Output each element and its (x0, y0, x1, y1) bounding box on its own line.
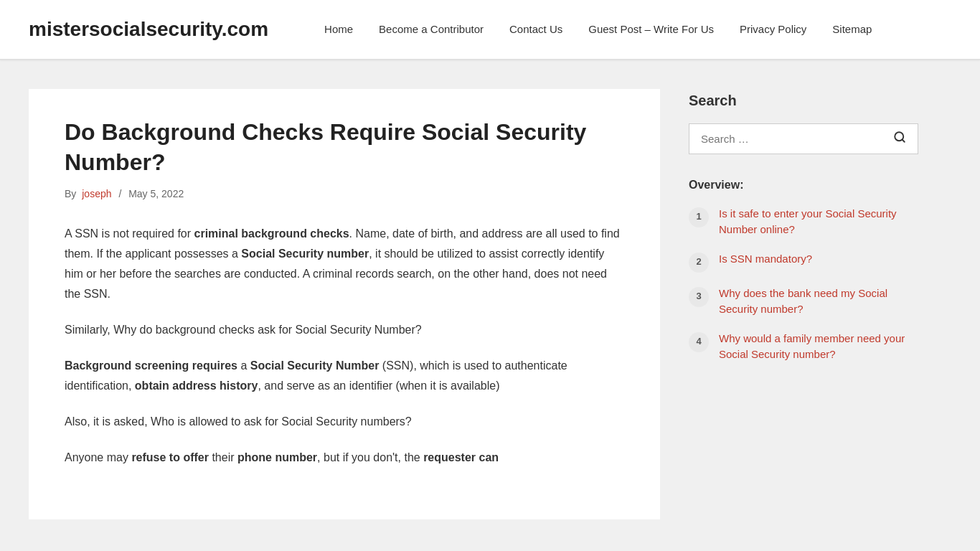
search-section: Search (689, 89, 918, 154)
meta-separator: / (118, 188, 121, 199)
overview-link[interactable]: Is it safe to enter your Social Security… (719, 206, 918, 238)
overview-item: 3Why does the bank need my Social Securi… (689, 286, 918, 318)
overview-item: 4Why would a family member need your Soc… (689, 331, 918, 363)
search-button[interactable] (890, 128, 909, 150)
article: Do Background Checks Require Social Secu… (65, 118, 624, 468)
page-wrapper: Do Background Checks Require Social Secu… (0, 60, 980, 548)
overview-section: Overview: 1Is it safe to enter your Soci… (689, 176, 918, 363)
meta-prefix: By (65, 188, 76, 199)
article-title: Do Background Checks Require Social Secu… (65, 118, 624, 177)
article-paragraph: Background screening requires a Social S… (65, 356, 624, 396)
overview-number: 1 (689, 207, 709, 227)
article-meta: By joseph / May 5, 2022 (65, 186, 624, 202)
overview-number: 2 (689, 253, 709, 273)
sidebar: Search Overview: 1Is it safe to enter yo… (689, 89, 918, 519)
search-icon (893, 131, 906, 143)
overview-link[interactable]: Is SSN mandatory? (719, 251, 812, 268)
nav-link[interactable]: Sitemap (819, 21, 885, 38)
main-nav: HomeBecome a ContributorContact UsGuest … (311, 21, 885, 38)
nav-link[interactable]: Privacy Policy (727, 21, 819, 38)
article-body: A SSN is not required for criminal backg… (65, 224, 624, 468)
nav-link[interactable]: Contact Us (496, 21, 575, 38)
overview-label: Overview: (689, 176, 918, 194)
svg-line-1 (902, 139, 904, 141)
overview-link[interactable]: Why does the bank need my Social Securit… (719, 286, 918, 318)
article-paragraph: Also, it is asked, Who is allowed to ask… (65, 412, 624, 432)
site-logo[interactable]: mistersocialsecurity.com (29, 14, 268, 46)
nav-link[interactable]: Home (311, 21, 366, 38)
article-paragraph: A SSN is not required for criminal backg… (65, 224, 624, 304)
overview-item: 2Is SSN mandatory? (689, 251, 918, 273)
search-input[interactable] (698, 127, 890, 151)
overview-number: 4 (689, 332, 709, 352)
author-link[interactable]: joseph (82, 188, 111, 199)
article-date: May 5, 2022 (128, 188, 184, 199)
overview-link[interactable]: Why would a family member need your Soci… (719, 331, 918, 363)
overview-list: 1Is it safe to enter your Social Securit… (689, 206, 918, 363)
site-header: mistersocialsecurity.com HomeBecome a Co… (0, 0, 980, 60)
search-box (689, 123, 918, 154)
main-content: Do Background Checks Require Social Secu… (29, 89, 660, 519)
overview-number: 3 (689, 287, 709, 307)
nav-link[interactable]: Become a Contributor (366, 21, 496, 38)
overview-item: 1Is it safe to enter your Social Securit… (689, 206, 918, 238)
article-paragraph: Anyone may refuse to offer their phone n… (65, 448, 624, 468)
nav-link[interactable]: Guest Post – Write For Us (575, 21, 727, 38)
search-title: Search (689, 89, 918, 112)
article-paragraph: Similarly, Why do background checks ask … (65, 320, 624, 340)
